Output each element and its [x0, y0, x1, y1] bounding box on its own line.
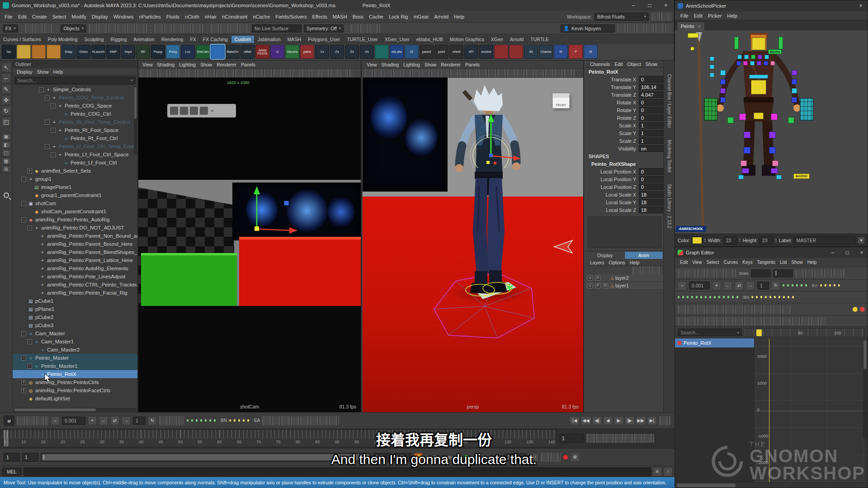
menu-item[interactable]: Fields/Solvers [273, 14, 309, 19]
menu-item[interactable]: Select [50, 14, 69, 19]
picker-select-button[interactable] [771, 168, 778, 174]
shelf-tab[interactable]: Rigging [108, 36, 131, 43]
zoom-tool-icon[interactable] [4, 192, 9, 198]
outliner-item[interactable]: + animRig_Peinto:PeintoCtrls [13, 378, 137, 386]
shelf-tab[interactable]: TURTLE_User [344, 36, 382, 43]
layer-record-toggle[interactable]: R [603, 283, 608, 288]
loop-icon[interactable]: ↻ [771, 281, 780, 290]
outliner-item[interactable]: - Peinto_Lf_Foot_Ctrl_Temp_Control [13, 142, 137, 150]
channel-value-field[interactable]: 0 [639, 176, 663, 183]
maximize-button[interactable]: □ [642, 0, 658, 11]
shelf-tab[interactable]: Custom [231, 36, 255, 43]
playback-option-icons[interactable] [541, 453, 561, 462]
command-input[interactable] [24, 467, 651, 476]
graph-menu-item[interactable]: Tangents [755, 260, 778, 265]
playback-button[interactable]: ▶▶ [636, 416, 646, 425]
menu-item[interactable]: Help [451, 14, 467, 19]
outliner-item[interactable]: - Peinto_Master [13, 354, 137, 362]
picker-select-button[interactable] [800, 98, 813, 121]
channel-value-field[interactable]: 18 [639, 206, 663, 213]
prev-key-icon[interactable]: ← [723, 281, 732, 290]
dock-tab[interactable]: Channel Box / Layer Editor [667, 74, 672, 128]
minimize-button[interactable]: – [827, 247, 839, 258]
channel-box-menu-item[interactable]: Object [625, 61, 643, 67]
current-time-field[interactable]: 1 [559, 434, 584, 443]
picker-select-button[interactable] [704, 98, 717, 121]
menu-set-dropdown[interactable]: FX▾ [3, 24, 18, 33]
channel-row[interactable]: Local Scale X 18 [586, 191, 663, 198]
loop-icon[interactable]: ↻ [148, 416, 157, 425]
picker-select-button[interactable]: MASTER [793, 174, 810, 179]
shelf-tool-button[interactable]: paine [300, 45, 314, 59]
step-field[interactable]: 1 [133, 417, 146, 425]
toolbox-tool-button[interactable]: ◰ [1, 117, 11, 127]
viewport-menu-item[interactable]: View [140, 62, 155, 67]
picker-select-button[interactable] [720, 88, 726, 94]
viewport-menu-item[interactable]: Lighting [401, 62, 422, 67]
viewport-menu-item[interactable]: Shading [155, 62, 177, 67]
picker-select-button[interactable] [772, 160, 778, 166]
picker-select-button[interactable] [788, 117, 794, 123]
toolbox-tool-button[interactable]: ✎ [1, 84, 11, 94]
playback-button[interactable]: |▶ [625, 416, 635, 425]
color-swatch[interactable] [692, 237, 702, 244]
render-icons[interactable] [350, 24, 380, 33]
viewport-shotcam[interactable]: 868 x 488 × shotCam 81.3 fps [138, 78, 361, 412]
picker-select-button[interactable] [710, 56, 714, 61]
menu-item[interactable]: Edit [15, 14, 29, 19]
channel-row[interactable]: Translate Y 106.14 [586, 83, 663, 91]
toolbar-icon[interactable] [170, 107, 178, 115]
layer-menu-item[interactable]: Help [627, 260, 642, 265]
picker-select-button[interactable] [743, 61, 748, 66]
swap-key-icon[interactable]: ⇄ [735, 281, 744, 290]
fps-dropdown[interactable]: 24 fps▾ [505, 453, 527, 461]
stats-time-field[interactable] [751, 269, 771, 277]
shelf-tool-button[interactable]: Loc [181, 45, 195, 59]
outliner-item[interactable]: - Peinto_Rt_Foot_Temp_Control [13, 118, 137, 126]
swap-key-icon[interactable]: ⇄ [110, 416, 119, 425]
viewport-menu-item[interactable]: View [364, 62, 379, 67]
menu-item[interactable]: Windows [111, 14, 137, 19]
character-set-label[interactable]: No Character Set [425, 455, 462, 460]
channel-row[interactable]: Local Position Y 0 [586, 175, 663, 183]
close-button[interactable]: × [856, 247, 868, 258]
toolbox-tool-button[interactable]: ∽ [1, 73, 11, 83]
channel-value-field[interactable]: on [639, 145, 663, 152]
shelf-tool-button[interactable]: ShkCam [196, 45, 210, 59]
shelf-tool-button[interactable]: Snap [61, 45, 75, 59]
tangent-type-icons[interactable] [678, 305, 791, 314]
expand-toggle-icon[interactable]: - [21, 356, 26, 361]
outliner-menu-item[interactable]: Show [34, 69, 51, 75]
shelf-tool-button[interactable] [47, 45, 61, 59]
close-icon[interactable]: × [211, 108, 213, 113]
shelf-tab[interactable]: Sculpting [81, 36, 107, 43]
maximize-button[interactable]: □ [841, 247, 853, 258]
viewport-menu-item[interactable]: Show [198, 62, 214, 67]
picker-select-button[interactable] [734, 37, 739, 49]
outliner-item[interactable]: - Peinto_Lf_Foot_Ctrl_Space [13, 150, 137, 159]
expand-toggle-icon[interactable]: - [51, 128, 56, 133]
range-slider[interactable] [41, 453, 371, 462]
picker-menu-item[interactable]: Help [724, 13, 740, 19]
playback-button[interactable]: ◀ [603, 416, 613, 425]
anim-icons[interactable] [262, 416, 339, 425]
viewport-menu-item[interactable]: Panels [463, 62, 482, 67]
outliner-item[interactable]: pPlane1 [13, 305, 137, 313]
outliner-hscrollbar[interactable] [14, 408, 136, 412]
tween-value-field[interactable]: 0.001 [689, 282, 710, 290]
expand-toggle-icon[interactable]: - [21, 201, 26, 206]
outliner-item[interactable]: - Peinto_Rt_Foot_Space [13, 126, 137, 134]
menu-item[interactable]: Modify [69, 14, 89, 19]
shelf-tool-button[interactable]: Proxy [166, 45, 180, 59]
viewport-persp[interactable]: FRONT [363, 78, 583, 412]
picker-select-button[interactable] [736, 61, 741, 66]
menu-item[interactable]: Cache [366, 14, 386, 19]
picker-tab[interactable]: Peinto× [677, 22, 705, 30]
channel-row[interactable]: Local Position Z 0 [586, 183, 663, 191]
outliner-item[interactable]: - Peinto_COG_Space [13, 102, 137, 110]
picker-select-button[interactable] [792, 70, 797, 75]
toolbar-icon[interactable] [190, 107, 198, 115]
layout-shortcut-button[interactable]: ◫ [1, 149, 11, 156]
menu-item[interactable]: Create [29, 14, 50, 19]
auto-key-toggle[interactable] [563, 455, 568, 460]
